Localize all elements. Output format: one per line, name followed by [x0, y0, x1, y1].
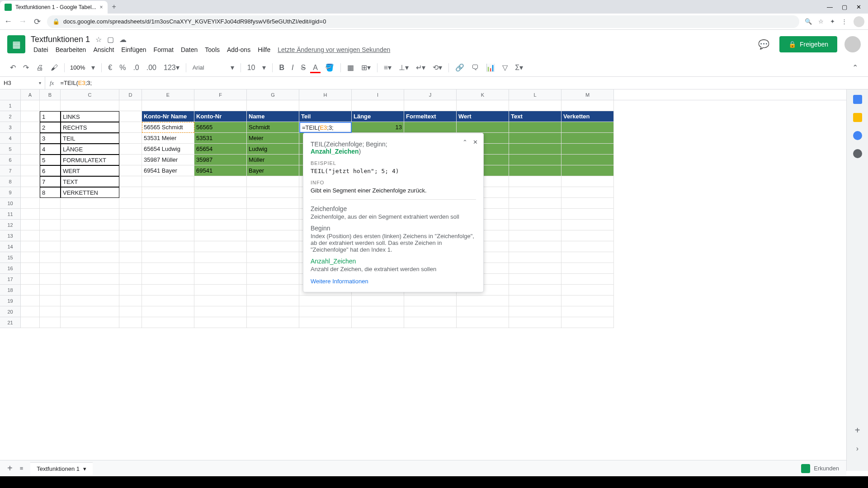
- cell-A20[interactable]: [21, 306, 40, 317]
- cell-L16[interactable]: [509, 263, 561, 274]
- dec-decrease-button[interactable]: .0: [130, 62, 142, 74]
- cell-J1[interactable]: [404, 100, 457, 111]
- row-header-2[interactable]: 2: [0, 111, 21, 122]
- tooltip-more-link[interactable]: Weitere Informationen: [311, 278, 476, 285]
- cell-D10[interactable]: [119, 198, 142, 209]
- cell-D17[interactable]: [119, 274, 142, 285]
- row-header-1[interactable]: 1: [0, 100, 21, 111]
- col-header-I[interactable]: I: [352, 89, 404, 100]
- cell-F3[interactable]: 56565: [194, 122, 247, 133]
- select-all-corner[interactable]: [0, 89, 21, 100]
- cell-F10[interactable]: [194, 198, 247, 209]
- forward-button[interactable]: →: [18, 17, 27, 26]
- col-header-J[interactable]: J: [404, 89, 457, 100]
- all-sheets-button[interactable]: ≡: [20, 465, 24, 471]
- cell-A11[interactable]: [21, 209, 40, 220]
- menu-datei[interactable]: Datei: [31, 45, 51, 54]
- last-edit-link[interactable]: Letzte Änderung vor wenigen Sekunden: [275, 45, 393, 54]
- cell-C10[interactable]: [61, 198, 119, 209]
- font-size-select[interactable]: 10: [245, 62, 258, 74]
- cell-M8[interactable]: [561, 176, 614, 187]
- cell-B12[interactable]: [40, 220, 61, 230]
- cell-B1[interactable]: [40, 100, 61, 111]
- cell-C19[interactable]: [61, 296, 119, 306]
- share-button[interactable]: 🔒 Freigeben: [779, 36, 837, 52]
- cell-F12[interactable]: [194, 220, 247, 230]
- cell-M10[interactable]: [561, 198, 614, 209]
- cell-E10[interactable]: [142, 198, 194, 209]
- rotate-button[interactable]: ⟲▾: [430, 61, 445, 74]
- cell-K1[interactable]: [457, 100, 509, 111]
- cell-M2[interactable]: Verketten: [561, 111, 614, 122]
- row-header-11[interactable]: 11: [0, 209, 21, 220]
- cell-L21[interactable]: [509, 317, 561, 328]
- menu-bearbeiten[interactable]: Bearbeiten: [53, 45, 89, 54]
- menu-ansicht[interactable]: Ansicht: [90, 45, 117, 54]
- cell-E12[interactable]: [142, 220, 194, 230]
- col-header-A[interactable]: A: [21, 89, 40, 100]
- hide-sidepanel-icon[interactable]: ›: [856, 445, 859, 453]
- cell-D15[interactable]: [119, 252, 142, 263]
- cell-D6[interactable]: [119, 155, 142, 165]
- menu-format[interactable]: Format: [151, 45, 176, 54]
- cell-L13[interactable]: [509, 230, 561, 241]
- cell-L11[interactable]: [509, 209, 561, 220]
- cell-I21[interactable]: [352, 317, 404, 328]
- cell-M12[interactable]: [561, 220, 614, 230]
- cell-K19[interactable]: [457, 296, 509, 306]
- comment-button[interactable]: 🗨: [469, 62, 481, 74]
- cell-C12[interactable]: [61, 220, 119, 230]
- cell-C16[interactable]: [61, 263, 119, 274]
- cell-L12[interactable]: [509, 220, 561, 230]
- row-header-3[interactable]: 3: [0, 122, 21, 133]
- font-select[interactable]: Arial: [190, 62, 226, 73]
- cell-G5[interactable]: Ludwig: [247, 144, 299, 155]
- row-header-4[interactable]: 4: [0, 133, 21, 144]
- cell-C1[interactable]: [61, 100, 119, 111]
- menu-icon[interactable]: ⋮: [841, 18, 847, 25]
- cell-C8[interactable]: TEXT: [61, 176, 119, 187]
- cell-A13[interactable]: [21, 230, 40, 241]
- cell-D20[interactable]: [119, 306, 142, 317]
- cell-D11[interactable]: [119, 209, 142, 220]
- cell-F6[interactable]: 35987: [194, 155, 247, 165]
- cell-L2[interactable]: Text: [509, 111, 561, 122]
- cloud-status-icon[interactable]: ☁: [119, 35, 127, 44]
- cell-L5[interactable]: [509, 144, 561, 155]
- cell-M19[interactable]: [561, 296, 614, 306]
- extensions-icon[interactable]: ✦: [830, 18, 835, 25]
- col-header-M[interactable]: M: [561, 89, 614, 100]
- cell-C13[interactable]: [61, 230, 119, 241]
- cell-D2[interactable]: [119, 111, 142, 122]
- cell-M5[interactable]: [561, 144, 614, 155]
- cell-G21[interactable]: [247, 317, 299, 328]
- row-header-13[interactable]: 13: [0, 230, 21, 241]
- valign-button[interactable]: ⊥▾: [396, 61, 411, 74]
- functions-button[interactable]: Σ▾: [512, 61, 526, 74]
- cell-I3[interactable]: 13: [352, 122, 404, 133]
- cell-M21[interactable]: [561, 317, 614, 328]
- url-input[interactable]: 🔒 docs.google.com/spreadsheets/d/1rn3osC…: [47, 15, 799, 28]
- cell-E17[interactable]: [142, 274, 194, 285]
- cell-D18[interactable]: [119, 285, 142, 296]
- cell-A15[interactable]: [21, 252, 40, 263]
- cell-C2[interactable]: LINKS: [61, 111, 119, 122]
- cell-I2[interactable]: Länge: [352, 111, 404, 122]
- cell-C11[interactable]: [61, 209, 119, 220]
- cell-B14[interactable]: [40, 241, 61, 252]
- zoom-select[interactable]: 100%: [68, 64, 87, 71]
- cell-F18[interactable]: [194, 285, 247, 296]
- sheets-logo-icon[interactable]: ▦: [7, 35, 25, 53]
- cell-J19[interactable]: [404, 296, 457, 306]
- cell-B20[interactable]: [40, 306, 61, 317]
- cell-E21[interactable]: [142, 317, 194, 328]
- maximize-icon[interactable]: ▢: [842, 4, 847, 10]
- cell-A8[interactable]: [21, 176, 40, 187]
- cell-A18[interactable]: [21, 285, 40, 296]
- col-header-E[interactable]: E: [142, 89, 194, 100]
- cell-A12[interactable]: [21, 220, 40, 230]
- cell-G18[interactable]: [247, 285, 299, 296]
- cell-E3[interactable]: 56565 Schmidt: [142, 122, 194, 133]
- cell-H19[interactable]: [299, 296, 352, 306]
- cell-D13[interactable]: [119, 230, 142, 241]
